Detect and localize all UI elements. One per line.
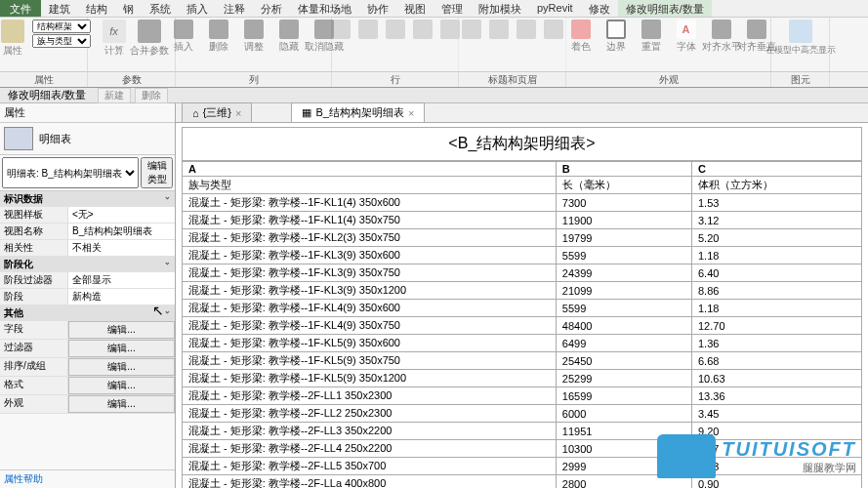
table-cell[interactable]: 48400: [556, 317, 691, 335]
ribbon-tab[interactable]: 建筑: [41, 0, 78, 17]
ribbon-tab[interactable]: 分析: [253, 0, 290, 17]
ribbon-tab[interactable]: 视图: [396, 0, 434, 17]
table-row[interactable]: 混凝土 - 矩形梁: 教学楼--1F-KL2(3) 350x750197995.…: [183, 229, 862, 247]
table-cell[interactable]: 混凝土 - 矩形梁: 教学楼--1F-KL5(9) 350x600: [183, 335, 557, 352]
table-row[interactable]: 混凝土 - 矩形梁: 教学楼--2F-LL1 350x23001659913.3…: [183, 387, 862, 405]
edit-button[interactable]: 编辑...: [68, 377, 175, 394]
table-cell[interactable]: 混凝土 - 矩形梁: 教学楼--2F-LL4 250x2200: [183, 440, 557, 458]
ribbon-tab[interactable]: 插入: [179, 0, 216, 17]
table-cell[interactable]: 12.70: [691, 317, 861, 335]
ribbon-tab[interactable]: pyRevit: [529, 0, 581, 17]
table-cell[interactable]: 10.63: [691, 370, 861, 387]
doc-tab-3d[interactable]: ⌂ {三维} ×: [182, 102, 252, 122]
ribbon-tab[interactable]: 附加模块: [471, 0, 529, 17]
table-row[interactable]: 混凝土 - 矩形梁: 教学楼--1F-KL1(4) 350x60073001.5…: [183, 194, 862, 212]
table-cell[interactable]: 25450: [556, 352, 691, 370]
props-section-header[interactable]: 标识数据⌄: [0, 191, 175, 207]
ribbon-tab[interactable]: 体量和场地: [290, 0, 359, 17]
table-cell[interactable]: 3.12: [691, 212, 861, 229]
table-cell[interactable]: 21099: [556, 282, 691, 300]
props-value[interactable]: 不相关: [68, 240, 175, 256]
table-cell[interactable]: 混凝土 - 矩形梁: 教学楼--1F-KL3(9) 350x1200: [183, 282, 557, 300]
shading-button[interactable]: 着色: [565, 20, 597, 54]
table-row[interactable]: 混凝土 - 矩形梁: 教学楼--1F-KL4(9) 350x7504840012…: [183, 317, 862, 335]
ribbon-tab[interactable]: 注释: [216, 0, 253, 17]
table-cell[interactable]: 混凝土 - 矩形梁: 教学楼--2F-LL1 350x2300: [183, 387, 557, 405]
doc-tab-schedule[interactable]: ▦ B_结构构架明细表 ×: [291, 102, 425, 122]
props-value[interactable]: 全部显示: [68, 272, 175, 288]
props-value[interactable]: B_结构构架明细表: [68, 224, 175, 239]
props-value[interactable]: 新构造: [68, 289, 175, 305]
table-row[interactable]: 混凝土 - 矩形梁: 教学楼--1F-KL1(4) 350x750119003.…: [183, 212, 862, 229]
type-dropdown[interactable]: 族与类型: [32, 34, 91, 48]
table-cell[interactable]: 混凝土 - 矩形梁: 教学楼--2F-LL5 350x700: [183, 458, 557, 475]
edit-type-button[interactable]: 编辑类型: [141, 157, 173, 188]
table-cell[interactable]: 混凝土 - 矩形梁: 教学楼--1F-KL4(9) 350x600: [183, 300, 557, 317]
table-cell[interactable]: 混凝土 - 矩形梁: 教学楼--2F-LLa 400x800: [183, 475, 557, 489]
adjust-button[interactable]: 调整: [238, 20, 269, 54]
table-cell[interactable]: 11900: [556, 212, 691, 229]
props-value[interactable]: <无>: [68, 207, 175, 223]
ribbon-tab[interactable]: 修改明细表/数量: [618, 0, 712, 17]
ribbon-tab[interactable]: 修改: [581, 0, 618, 17]
table-cell[interactable]: 6000: [556, 405, 691, 423]
table-row[interactable]: 混凝土 - 矩形梁: 教学楼--1F-KL5(9) 350x60064991.3…: [183, 335, 862, 352]
props-section-header[interactable]: 阶段化⌄: [0, 257, 175, 272]
edit-button[interactable]: 编辑...: [68, 321, 175, 339]
table-cell[interactable]: 13.36: [691, 387, 861, 405]
table-row[interactable]: 混凝土 - 矩形梁: 教学楼--1F-KL5(9) 350x1200252991…: [183, 370, 862, 387]
close-icon[interactable]: ×: [408, 107, 414, 119]
delete-col-button[interactable]: 删除: [203, 20, 234, 54]
new-button[interactable]: 新建: [98, 88, 131, 103]
insert-col-button[interactable]: 插入: [168, 20, 199, 54]
calc-button[interactable]: fx计算: [99, 20, 130, 58]
properties-button[interactable]: 属性: [0, 20, 28, 58]
close-icon[interactable]: ×: [235, 107, 241, 119]
ribbon-tab[interactable]: 钢: [115, 0, 142, 17]
highlight-button[interactable]: 在模型中高亮显示: [785, 20, 816, 57]
table-cell[interactable]: 8.86: [691, 282, 861, 300]
table-row[interactable]: 混凝土 - 矩形梁: 教学楼--1F-KL5(9) 350x750254506.…: [183, 352, 862, 370]
table-cell[interactable]: 混凝土 - 矩形梁: 教学楼--1F-KL3(9) 350x600: [183, 247, 557, 264]
table-cell[interactable]: 1.53: [691, 194, 861, 212]
file-tab[interactable]: 文件: [0, 0, 41, 17]
table-cell[interactable]: 6499: [556, 335, 691, 352]
table-cell[interactable]: 混凝土 - 矩形梁: 教学楼--2F-LL3 350x2200: [183, 423, 557, 440]
table-cell[interactable]: 1.18: [691, 247, 861, 264]
table-cell[interactable]: 5599: [556, 300, 691, 317]
edit-button[interactable]: 编辑...: [68, 340, 175, 357]
table-cell[interactable]: 5.20: [691, 229, 861, 247]
delete-button[interactable]: 删除: [135, 88, 168, 103]
table-cell[interactable]: 6.68: [691, 352, 861, 370]
instance-selector[interactable]: 明细表: B_结构构架明细表: [2, 157, 139, 188]
ribbon-tab[interactable]: 协作: [359, 0, 396, 17]
ribbon-tab[interactable]: 管理: [434, 0, 471, 17]
table-cell[interactable]: 混凝土 - 矩形梁: 教学楼--1F-KL5(9) 350x750: [183, 352, 557, 370]
table-row[interactable]: 混凝土 - 矩形梁: 教学楼--2F-LL2 250x230060003.45: [183, 405, 862, 423]
table-cell[interactable]: 混凝土 - 矩形梁: 教学楼--1F-KL1(4) 350x600: [183, 194, 557, 212]
reset-button[interactable]: 重置: [636, 20, 667, 54]
ribbon-tab[interactable]: 结构: [78, 0, 115, 17]
table-cell[interactable]: 1.18: [691, 300, 861, 317]
table-cell[interactable]: 16599: [556, 387, 691, 405]
hide-button[interactable]: 隐藏: [273, 20, 305, 54]
merge-params-button[interactable]: 合并参数: [134, 20, 165, 58]
table-cell[interactable]: 5599: [556, 247, 691, 264]
align-h-button[interactable]: 对齐水平: [706, 20, 737, 54]
table-cell[interactable]: 1.36: [691, 335, 861, 352]
properties-help-link[interactable]: 属性帮助: [0, 469, 175, 488]
table-cell[interactable]: 6.40: [691, 264, 861, 282]
props-section-header[interactable]: 其他⌄: [0, 305, 175, 321]
table-row[interactable]: 混凝土 - 矩形梁: 教学楼--1F-KL3(9) 350x1200210998…: [183, 282, 862, 300]
table-cell[interactable]: 24399: [556, 264, 691, 282]
table-row[interactable]: 混凝土 - 矩形梁: 教学楼--1F-KL3(9) 350x750243996.…: [183, 264, 862, 282]
family-dropdown[interactable]: 结构框架: [32, 20, 91, 33]
table-cell[interactable]: 7300: [556, 194, 691, 212]
table-cell[interactable]: 混凝土 - 矩形梁: 教学楼--1F-KL5(9) 350x1200: [183, 370, 557, 387]
table-cell[interactable]: 混凝土 - 矩形梁: 教学楼--1F-KL4(9) 350x750: [183, 317, 557, 335]
table-cell[interactable]: 混凝土 - 矩形梁: 教学楼--1F-KL2(3) 350x750: [183, 229, 557, 247]
edit-button[interactable]: 编辑...: [68, 395, 175, 413]
table-cell[interactable]: 3.45: [691, 405, 861, 423]
table-cell[interactable]: 混凝土 - 矩形梁: 教学楼--2F-LL2 250x2300: [183, 405, 557, 423]
edit-button[interactable]: 编辑...: [68, 358, 175, 376]
